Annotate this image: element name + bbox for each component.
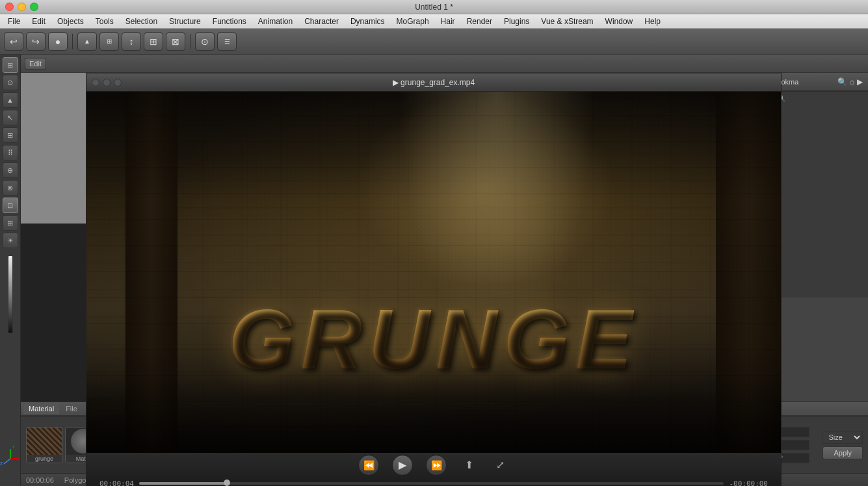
video-frame: GRUNGE xyxy=(86,92,781,453)
left-tool-select[interactable]: ⊞ xyxy=(3,57,18,73)
vid-dot-1 xyxy=(92,79,99,86)
maximize-button[interactable] xyxy=(30,3,38,11)
menu-tools[interactable]: Tools xyxy=(90,16,119,27)
vid-traffic-lights xyxy=(92,79,122,86)
video-filename: ▶ grunge_grad_ex.mp4 xyxy=(393,78,475,87)
menu-bar: File Edit Objects Tools Selection Struct… xyxy=(0,14,868,29)
menu-plugins[interactable]: Plugins xyxy=(499,16,534,27)
size-dropdown[interactable]: Size xyxy=(822,431,863,444)
axis-indicator: Y X Z xyxy=(0,446,23,472)
time-remaining: -00:00:00 xyxy=(729,480,768,487)
menu-animation[interactable]: Animation xyxy=(253,16,298,27)
tool-btn-3[interactable]: ↕ xyxy=(122,32,141,51)
video-title-bar: ▶ grunge_grad_ex.mp4 xyxy=(86,73,781,92)
left-tool-dots[interactable]: ⠿ xyxy=(3,145,18,160)
apply-button[interactable]: Apply xyxy=(822,446,863,459)
live-select-button[interactable]: ● xyxy=(48,32,68,51)
menu-edit[interactable]: Edit xyxy=(27,16,51,27)
tool-btn-4[interactable]: ⊞ xyxy=(144,32,163,51)
left-tool-grid[interactable]: ⊞ xyxy=(3,127,18,143)
home-icon[interactable]: ⌂ xyxy=(850,77,854,86)
undo-button[interactable]: ↩ xyxy=(4,32,23,51)
nav-icon[interactable]: ▶ xyxy=(857,77,863,86)
controls-row: ⏪ ▶ ⏩ ⬆ ⤢ xyxy=(358,455,509,476)
left-tool-arrow[interactable]: ↖ xyxy=(3,110,18,125)
vid-dot-3 xyxy=(114,79,122,86)
menu-dynamics[interactable]: Dynamics xyxy=(345,16,390,27)
fastforward-button[interactable]: ⏩ xyxy=(426,455,447,476)
window-title: Untitled 1 * xyxy=(415,3,453,12)
redo-button[interactable]: ↪ xyxy=(26,32,46,51)
status-time: 00:00:06 xyxy=(26,476,54,484)
tool-btn-6[interactable]: ⊙ xyxy=(195,32,215,51)
tab-material[interactable]: Material xyxy=(23,403,59,414)
menu-window[interactable]: Window xyxy=(600,16,638,27)
menu-hair[interactable]: Hair xyxy=(436,16,460,27)
progress-bar[interactable] xyxy=(139,482,724,485)
time-row: 00:00:04 -00:00:00 xyxy=(99,480,768,487)
left-toolbar: ⊞ ⊙ ▲ ↖ ⊞ ⠿ ⊕ ⊗ ⊡ ⊞ ☀ Y X Z xyxy=(0,55,21,486)
toolbar-separator-2 xyxy=(190,34,191,49)
grunge-label: grunge xyxy=(27,455,62,463)
left-tool-scale[interactable]: ⊕ xyxy=(3,162,18,178)
tool-btn-7[interactable]: ☰ xyxy=(217,32,237,51)
gradient-slider[interactable] xyxy=(8,255,13,333)
center-area: Edit ▶ grunge_grad_ex.mp4 xyxy=(21,55,868,486)
left-tool-check[interactable]: ⊡ xyxy=(3,198,18,213)
viewport[interactable]: ▶ grunge_grad_ex.mp4 GRUNGE xyxy=(21,73,868,486)
left-tool-tri[interactable]: ▲ xyxy=(3,92,18,108)
material-grunge[interactable]: grunge xyxy=(26,427,62,463)
video-controls: ⏪ ▶ ⏩ ⬆ ⤢ 00:00:04 -00:00:00 xyxy=(86,453,781,486)
play-button[interactable]: ▶ xyxy=(392,455,413,476)
menu-help[interactable]: Help xyxy=(639,16,666,27)
tab-file[interactable]: File xyxy=(60,403,83,414)
svg-text:Z: Z xyxy=(0,461,3,466)
left-tool-rotate[interactable]: ⊗ xyxy=(3,180,18,196)
left-tool-move[interactable]: ⊙ xyxy=(3,75,18,90)
sub-toolbar: Edit xyxy=(21,55,868,73)
progress-fill xyxy=(139,482,227,485)
title-bar: Untitled 1 * xyxy=(0,0,868,14)
search-icon: 🔍 xyxy=(837,77,847,86)
toolbar: ↩ ↪ ● ▲ ⊞ ↕ ⊞ ⊠ ⊙ ☰ xyxy=(0,29,868,55)
traffic-lights xyxy=(5,3,38,11)
tool-btn-1[interactable]: ▲ xyxy=(77,32,97,51)
svg-text:Y: Y xyxy=(12,446,16,450)
grunge-text: GRUNGE xyxy=(229,290,639,388)
minimize-button[interactable] xyxy=(18,3,26,11)
grunge-preview xyxy=(27,428,62,455)
attribute-panel: ◀ 🔍 xyxy=(767,91,868,298)
left-tool-light[interactable]: ☀ xyxy=(3,233,18,248)
menu-objects[interactable]: Objects xyxy=(52,16,89,27)
menu-functions[interactable]: Functions xyxy=(207,16,252,27)
menu-vue[interactable]: Vue & xStream xyxy=(536,16,598,27)
menu-structure[interactable]: Structure xyxy=(164,16,206,27)
menu-character[interactable]: Character xyxy=(299,16,344,27)
toolbar-separator-1 xyxy=(72,34,73,49)
viewport-3d xyxy=(21,73,86,450)
tool-btn-5[interactable]: ⊠ xyxy=(166,32,185,51)
coord-buttons: Size Apply xyxy=(822,431,863,459)
menu-file[interactable]: File xyxy=(3,16,25,27)
close-button[interactable] xyxy=(5,3,14,11)
left-tool-texture[interactable]: ⊞ xyxy=(3,215,18,231)
attr-nav: ◀ 🔍 xyxy=(770,94,865,103)
sub-edit-btn[interactable]: Edit xyxy=(25,58,46,70)
menu-render[interactable]: Render xyxy=(462,16,497,27)
ground-shadow xyxy=(86,375,781,453)
menu-mograph[interactable]: MoGraph xyxy=(391,16,434,27)
svg-line-4 xyxy=(4,459,10,464)
rewind-button[interactable]: ⏪ xyxy=(358,455,379,476)
share-button[interactable]: ⬆ xyxy=(460,456,478,474)
grunge-texture xyxy=(27,428,62,455)
menu-selection[interactable]: Selection xyxy=(120,16,163,27)
tool-btn-2[interactable]: ⊞ xyxy=(99,32,119,51)
time-current: 00:00:04 xyxy=(99,480,134,487)
progress-dot xyxy=(224,480,230,486)
vid-dot-2 xyxy=(103,79,111,86)
axis-area: Y X Z xyxy=(0,446,23,486)
video-player: ▶ grunge_grad_ex.mp4 GRUNGE xyxy=(86,73,782,486)
main-layout: ⊞ ⊙ ▲ ↖ ⊞ ⠿ ⊕ ⊗ ⊡ ⊞ ☀ Y X Z Edit xyxy=(0,55,868,486)
right-panel-header: Bookma 🔍 ⌂ ▶ xyxy=(767,73,868,91)
fullscreen-button[interactable]: ⤢ xyxy=(491,456,509,474)
